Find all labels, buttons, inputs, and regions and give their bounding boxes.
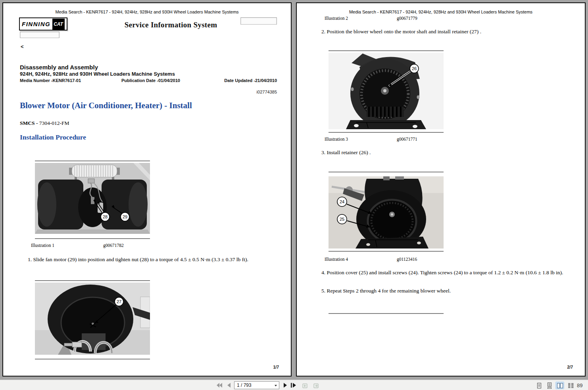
first-page-icon	[216, 382, 223, 388]
document-meta-row: Media Number -KENR7617-01 Publication Da…	[20, 78, 277, 83]
blower-wheel-photo: 26	[329, 53, 444, 129]
two-page-scroll-view-button[interactable]	[566, 382, 575, 389]
svg-text:28: 28	[103, 214, 108, 219]
illustration-1-photo: 28 29	[35, 163, 150, 234]
blower-assembly-photo: 28 29	[35, 163, 150, 234]
svg-text:25: 25	[340, 217, 344, 222]
date-updated: Date Updated -21/04/2010	[224, 78, 277, 83]
section-title: Blower Motor (Air Conditioner, Heater) -…	[20, 101, 192, 111]
illustration-2-photo: 27	[35, 283, 150, 355]
svg-text:26: 26	[412, 66, 417, 71]
page-header-text: Media Search - KENR7617 - 924H, 924Hz, 9…	[297, 10, 585, 14]
zoom-level-label: 89	[577, 382, 582, 388]
page-header-text: Media Search - KENR7617 - 924H, 924Hz, 9…	[3, 10, 291, 14]
single-page-view-icon	[536, 382, 542, 389]
first-page-button[interactable]	[216, 382, 223, 388]
last-page-icon	[290, 382, 297, 388]
two-page-view-button[interactable]	[555, 382, 564, 389]
previous-page-icon	[226, 382, 232, 388]
illustration-4-photo: 24 25	[329, 176, 444, 249]
next-page-icon	[282, 382, 288, 388]
next-view-button[interactable]	[312, 382, 319, 388]
illustration-code: g00671782	[103, 243, 124, 248]
page-number: 1/7	[273, 365, 279, 369]
single-page-view-button[interactable]	[535, 382, 544, 389]
illustration-code: g01123416	[397, 257, 417, 262]
svg-text:29: 29	[123, 214, 127, 219]
procedure-step-3: 3. Install retainer (26) .	[321, 149, 572, 157]
empty-form-field-logo[interactable]	[20, 32, 60, 38]
last-page-button[interactable]	[290, 382, 297, 388]
smcs-code: 7304-012-FM	[38, 120, 69, 126]
figure-rule	[35, 359, 150, 359]
procedure-title: Installation Procedure	[20, 133, 86, 141]
figure-rule	[329, 50, 444, 51]
illustration-label: Illustration 1	[31, 243, 54, 248]
publication-date: Publication Date -01/04/2010	[121, 78, 180, 83]
figure-rule	[35, 280, 150, 281]
procedure-step-2: 2. Position the blower wheel onto the mo…	[321, 28, 572, 36]
procedure-step-1: 1. Slide fan motor (29) into position an…	[28, 256, 279, 264]
figure-rule	[35, 161, 150, 161]
blower-cover-photo: 24 25	[329, 176, 444, 249]
pdf-viewer-toolbar: 1 / 793	[0, 380, 588, 390]
document-id-code: i02774385	[257, 90, 277, 94]
figure-rule	[329, 132, 444, 133]
svg-text:27: 27	[117, 299, 121, 304]
figure-rule	[329, 251, 444, 252]
document-page-2: Media Search - KENR7617 - 924H, 924Hz, 9…	[296, 2, 586, 377]
procedure-step-4: 4. Position cover (25) and install screw…	[321, 269, 572, 277]
smcs-label: SMCS -	[20, 120, 38, 126]
continuous-scroll-view-icon	[546, 382, 553, 389]
two-page-view-icon	[557, 382, 563, 389]
figure-rule	[35, 238, 150, 239]
figure-rule	[329, 172, 444, 172]
document-title: Disassembly and Assembly	[20, 64, 98, 71]
smcs-line: SMCS - 7304-012-FM	[20, 120, 69, 126]
page-number: 2/7	[567, 365, 573, 369]
illustration-label: Illustration 2	[325, 16, 348, 21]
page-number-field: 1 / 793	[237, 382, 252, 388]
back-arrow-link[interactable]: <	[21, 44, 24, 50]
combobox-dropdown-arrow	[275, 385, 277, 386]
previous-view-button[interactable]	[302, 382, 309, 388]
illustration-3-photo: 26	[329, 53, 444, 129]
page-number-combobox[interactable]: 1 / 793	[234, 381, 279, 389]
blower-drum-photo: 27	[35, 283, 150, 355]
two-page-scroll-view-icon	[567, 382, 574, 389]
document-subtitle: 924H, 924Hz, 928Hz and 930H Wheel Loader…	[20, 71, 175, 77]
svg-text:24: 24	[340, 199, 344, 204]
illustration-code: g00671779	[397, 16, 417, 21]
illustration-label: Illustration 4	[325, 257, 348, 262]
empty-form-field[interactable]	[240, 17, 277, 25]
finning-logo-text: FINNING	[22, 21, 50, 27]
media-number: Media Number -KENR7617-01	[20, 78, 81, 83]
previous-page-button[interactable]	[225, 382, 233, 388]
procedure-step-5: 5. Repeat Steps 2 through 4 for the rema…	[321, 287, 572, 295]
previous-view-icon	[302, 382, 309, 388]
illustration-code: g00671771	[397, 137, 417, 141]
next-page-button[interactable]	[282, 382, 289, 388]
next-view-icon	[313, 382, 319, 388]
illustration-label: Illustration 3	[325, 137, 348, 141]
continuous-scroll-view-button[interactable]	[545, 382, 554, 389]
document-page-1: Media Search - KENR7617 - 924H, 924Hz, 9…	[2, 2, 292, 377]
closing-rule	[329, 313, 444, 314]
